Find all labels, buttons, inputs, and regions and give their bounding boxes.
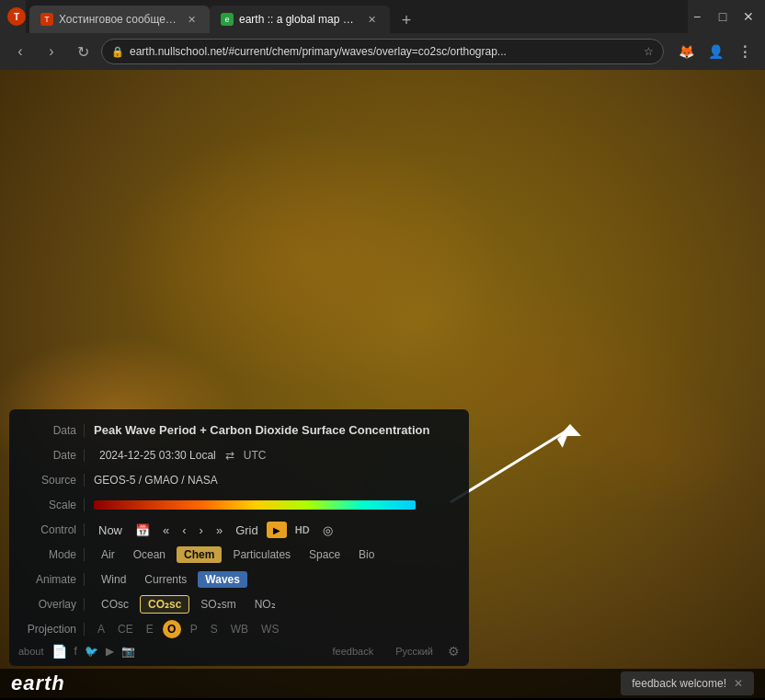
extensions-icon[interactable]: 🦊 xyxy=(673,39,699,64)
overlay-row: Overlay COsc CO₂sc SO₂sm NO₂ xyxy=(18,593,460,615)
overlay-co2sc[interactable]: CO₂sc xyxy=(140,595,189,614)
forward-step-button[interactable]: › xyxy=(195,522,208,539)
mode-label: Mode xyxy=(18,548,85,561)
tab1-title: Хостинговое сообщество «Tim... xyxy=(59,13,178,26)
feedback-toast: feedback welcome! ✕ xyxy=(621,671,754,695)
skip-back-button[interactable]: « xyxy=(158,522,174,539)
instagram-icon[interactable]: 📷 xyxy=(121,645,135,658)
browser-icon: T xyxy=(7,7,26,26)
play-button[interactable]: ▶ xyxy=(267,522,287,538)
data-row: Data Peak Wave Period + Carbon Dioxide S… xyxy=(18,419,460,442)
scale-bar xyxy=(94,500,416,510)
star-icon[interactable]: ☆ xyxy=(644,45,654,58)
hd-button[interactable]: HD xyxy=(291,522,314,537)
earth-label: earth xyxy=(11,671,65,695)
mode-space[interactable]: Space xyxy=(302,546,348,563)
projection-label: Projection xyxy=(18,623,85,636)
about-link[interactable]: about xyxy=(18,646,44,657)
control-label: Control xyxy=(18,523,85,536)
mode-ocean[interactable]: Ocean xyxy=(126,546,173,563)
proj-p[interactable]: P xyxy=(187,621,201,637)
twitter-icon[interactable]: 🐦 xyxy=(85,645,98,658)
profile-icon[interactable]: 👤 xyxy=(702,39,728,64)
footer-links: about 📄 f 🐦 ▶ 📷 feedback Русский ⚙ xyxy=(18,644,460,659)
date-label: Date xyxy=(18,449,85,462)
overlay-buttons: COsc CO₂sc SO₂sm NO₂ xyxy=(94,595,283,614)
refresh-button[interactable]: ↻ xyxy=(70,39,96,64)
scale-row: Scale xyxy=(18,494,460,516)
mode-bio[interactable]: Bio xyxy=(351,546,382,563)
proj-a[interactable]: A xyxy=(94,621,108,637)
facebook-icon[interactable]: f xyxy=(74,645,77,658)
tab1-close[interactable]: ✕ xyxy=(184,12,199,27)
new-tab-button[interactable]: + xyxy=(394,7,419,33)
tab-2[interactable]: e earth :: a global map of wind, w... ✕ xyxy=(210,6,390,33)
scale-label: Scale xyxy=(18,499,85,511)
tab2-favicon: e xyxy=(221,13,234,26)
map-area[interactable]: Data Peak Wave Period + Carbon Dioxide S… xyxy=(0,70,765,698)
browser-chrome: T T Хостинговое сообщество «Tim... ✕ e e… xyxy=(0,0,765,70)
mode-air[interactable]: Air xyxy=(94,546,122,563)
projection-row: Projection A CE E O P S WB WS xyxy=(18,618,460,640)
proj-s[interactable]: S xyxy=(207,621,222,637)
calendar-button[interactable]: 📅 xyxy=(131,522,154,539)
data-value: Peak Wave Period + Carbon Dioxide Surfac… xyxy=(94,422,429,439)
russian-link[interactable]: Русский xyxy=(395,646,433,657)
now-button[interactable]: Now xyxy=(94,522,127,539)
overlay-so2sm[interactable]: SO₂sm xyxy=(193,596,243,613)
address-bar[interactable]: 🔒 earth.nullschool.net/#current/chem/pri… xyxy=(101,39,664,64)
proj-ws[interactable]: WS xyxy=(257,621,282,637)
proj-o[interactable]: O xyxy=(163,620,181,638)
mode-particulates[interactable]: Particulates xyxy=(225,546,298,563)
close-button[interactable]: ✕ xyxy=(739,9,758,24)
date-refresh-icon[interactable]: ⇄ xyxy=(225,449,234,462)
proj-e[interactable]: E xyxy=(143,621,157,637)
control-row: Control Now 📅 « ‹ › » Grid ▶ HD ◎ xyxy=(18,519,460,541)
source-value: GEOS-5 / GMAO / NASA xyxy=(94,474,218,487)
utc-link[interactable]: UTC xyxy=(244,449,267,462)
menu-icon[interactable]: ⋮ xyxy=(732,39,758,64)
animate-currents[interactable]: Currents xyxy=(137,571,194,588)
tab-1[interactable]: T Хостинговое сообщество «Tim... ✕ xyxy=(29,6,210,33)
feedback-toast-text: feedback welcome! xyxy=(632,677,726,690)
date-value: 2024-12-25 03:30 Local xyxy=(99,449,216,462)
tab1-favicon: T xyxy=(40,13,53,26)
window-controls: − □ ✕ xyxy=(688,9,758,24)
back-button[interactable]: ‹ xyxy=(177,522,190,539)
bottom-bar: earth feedback welcome! ✕ xyxy=(0,669,765,698)
control-panel: Data Peak Wave Period + Carbon Dioxide S… xyxy=(9,409,469,666)
animate-buttons: Wind Currents Waves xyxy=(94,571,247,588)
forward-button[interactable]: › xyxy=(39,39,64,64)
url-text: earth.nullschool.net/#current/chem/prima… xyxy=(130,45,638,58)
overlay-cosc[interactable]: COsc xyxy=(94,596,136,613)
title-bar-left: T xyxy=(7,7,26,26)
nav-bar: ‹ › ↻ 🔒 earth.nullschool.net/#current/ch… xyxy=(0,33,765,70)
nav-extras: 🦊 👤 ⋮ xyxy=(673,39,758,64)
feedback-link[interactable]: feedback xyxy=(333,646,374,657)
feedback-toast-close[interactable]: ✕ xyxy=(734,677,743,690)
location-button[interactable]: ◎ xyxy=(318,522,337,539)
projection-buttons: A CE E O P S WB WS xyxy=(94,620,282,638)
data-label: Data xyxy=(18,424,85,437)
grid-button[interactable]: Grid xyxy=(231,522,263,539)
maximize-button[interactable]: □ xyxy=(714,9,732,24)
arrow-indicator xyxy=(451,429,598,543)
back-button[interactable]: ‹ xyxy=(7,39,33,64)
animate-row: Animate Wind Currents Waves xyxy=(18,568,460,591)
mode-chem[interactable]: Chem xyxy=(177,546,222,563)
tab2-close[interactable]: ✕ xyxy=(364,12,379,27)
tab2-title: earth :: a global map of wind, w... xyxy=(239,13,359,26)
animate-waves[interactable]: Waves xyxy=(198,571,247,588)
youtube-icon[interactable]: ▶ xyxy=(106,645,114,658)
minimize-button[interactable]: − xyxy=(688,9,706,24)
settings-icon[interactable]: ⚙ xyxy=(448,644,460,659)
overlay-no2[interactable]: NO₂ xyxy=(247,596,283,613)
skip-forward-button[interactable]: » xyxy=(211,522,227,539)
proj-ce[interactable]: CE xyxy=(114,621,137,637)
animate-wind[interactable]: Wind xyxy=(94,571,133,588)
date-row: Date 2024-12-25 03:30 Local ⇄ UTC xyxy=(18,444,460,466)
tab-bar: T Хостинговое сообщество «Tim... ✕ e ear… xyxy=(26,0,688,33)
doc-icon[interactable]: 📄 xyxy=(51,644,67,659)
overlay-label: Overlay xyxy=(18,598,85,611)
proj-wb[interactable]: WB xyxy=(227,621,252,637)
